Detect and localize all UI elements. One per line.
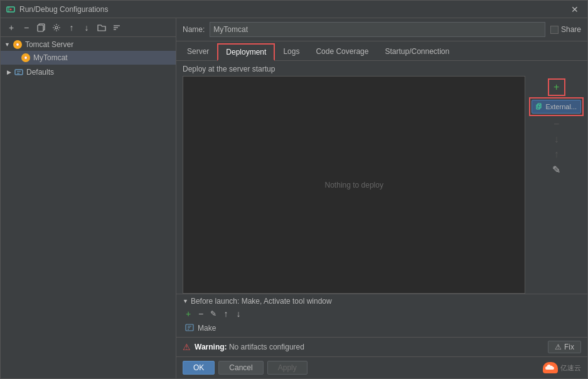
sidebar-toolbar: + − ↑ ↓ xyxy=(1,18,176,37)
yiyun-branding: 亿速云 xyxy=(543,362,581,373)
tab-coverage[interactable]: Code Coverage xyxy=(307,43,377,60)
share-checkbox[interactable] xyxy=(550,26,559,34)
before-launch-expand: ▼ xyxy=(183,298,188,304)
deployment-tab-content: Deploy at the server startup Nothing to … xyxy=(176,61,587,337)
folder-button[interactable] xyxy=(95,21,109,35)
move-down-button[interactable]: ↓ xyxy=(80,21,94,35)
title-bar: Run/Debug Configurations ✕ xyxy=(1,1,587,18)
deploy-area: Nothing to deploy + External... xyxy=(176,76,587,294)
warning-icon: ⚠ xyxy=(183,342,191,352)
main-panel: Name: Share Server Deployment Logs xyxy=(176,18,587,378)
svg-rect-13 xyxy=(15,70,23,75)
title-bar-text: Run/Debug Configurations xyxy=(19,5,567,14)
fix-button[interactable]: ⚠ Fix xyxy=(548,341,581,353)
remove-config-button[interactable]: − xyxy=(19,21,33,35)
share-area: Share xyxy=(550,25,581,34)
mytomcat-icon xyxy=(21,53,31,63)
tomcat-server-group[interactable]: ▼ Tomcat Server xyxy=(1,37,176,51)
name-input[interactable] xyxy=(210,22,545,37)
warning-bar: ⚠ Warning: No artifacts configured ⚠ Fix xyxy=(176,337,587,356)
tomcat-server-label: Tomcat Server xyxy=(25,40,73,49)
warning-text: Warning: No artifacts configured xyxy=(195,343,544,351)
edit-artifact-button[interactable]: ✎ xyxy=(550,163,564,176)
add-artifact-button[interactable]: + xyxy=(550,80,564,94)
svg-point-12 xyxy=(24,56,27,59)
expand-icon: ▼ xyxy=(4,41,10,48)
before-launch-header: ▼ Before launch: Make, Activate tool win… xyxy=(183,297,581,306)
make-icon xyxy=(185,323,194,333)
defaults-icon xyxy=(14,67,24,77)
add-config-button[interactable]: + xyxy=(4,21,18,35)
before-launch-edit-button[interactable]: ✎ xyxy=(208,308,219,319)
before-launch-section: ▼ Before launch: Make, Activate tool win… xyxy=(176,294,587,337)
remove-artifact-button[interactable]: − xyxy=(550,117,564,131)
before-launch-add-button[interactable]: + xyxy=(183,308,194,319)
name-label: Name: xyxy=(183,25,205,34)
run-debug-dialog: Run/Debug Configurations ✕ + − ↑ xyxy=(0,0,588,379)
sort-button[interactable] xyxy=(110,21,124,35)
title-bar-icon xyxy=(6,4,16,14)
before-launch-title: Before launch: Make, Activate tool windo… xyxy=(191,297,332,306)
tab-logs[interactable]: Logs xyxy=(275,43,307,60)
before-launch-down-button[interactable]: ↓ xyxy=(233,308,244,319)
yiyun-logo-icon xyxy=(543,362,558,373)
deploy-empty-label: Nothing to deploy xyxy=(325,181,383,190)
svg-point-5 xyxy=(55,26,58,29)
settings-config-button[interactable] xyxy=(50,21,63,35)
svg-point-2 xyxy=(10,8,12,10)
yiyun-label: 亿速云 xyxy=(560,363,581,373)
deploy-header: Deploy at the server startup xyxy=(176,61,587,76)
fix-warning-icon: ⚠ xyxy=(555,343,562,351)
move-down-artifact-button[interactable]: ↓ xyxy=(550,132,564,146)
make-label: Make xyxy=(198,324,216,333)
tabs-bar: Server Deployment Logs Code Coverage Sta… xyxy=(176,41,587,61)
mytomcat-label: MyTomcat xyxy=(33,53,68,62)
tomcat-group-icon xyxy=(13,40,23,50)
before-launch-up-button[interactable]: ↑ xyxy=(220,308,232,319)
move-up-artifact-button[interactable]: ↑ xyxy=(550,147,564,161)
deploy-actions: + External... − xyxy=(525,76,587,294)
add-artifact-highlight: + xyxy=(548,78,565,96)
before-launch-remove-button[interactable]: − xyxy=(195,308,206,319)
ok-button[interactable]: OK xyxy=(183,361,215,375)
tab-server[interactable]: Server xyxy=(179,43,217,60)
external-icon xyxy=(536,103,543,110)
before-launch-toolbar: + − ✎ ↑ ↓ xyxy=(183,308,581,319)
move-up-button[interactable]: ↑ xyxy=(65,21,78,35)
mytomcat-item[interactable]: MyTomcat xyxy=(1,51,176,65)
sidebar: + − ↑ ↓ xyxy=(1,18,176,378)
tab-deployment[interactable]: Deployment xyxy=(217,43,275,61)
tab-startup[interactable]: Startup/Connection xyxy=(377,43,457,60)
defaults-group[interactable]: ▶ Defaults xyxy=(1,65,176,78)
external-btn-highlight: External... xyxy=(529,97,584,116)
cancel-button[interactable]: Cancel xyxy=(218,361,263,375)
external-button[interactable]: External... xyxy=(532,100,581,114)
defaults-label: Defaults xyxy=(26,68,54,77)
svg-rect-4 xyxy=(38,25,43,31)
apply-button[interactable]: Apply xyxy=(267,361,307,375)
content-area: + − ↑ ↓ xyxy=(1,18,587,378)
close-button[interactable]: ✕ xyxy=(567,3,582,16)
make-item: Make xyxy=(183,322,581,334)
copy-config-button[interactable] xyxy=(35,21,48,35)
name-row: Name: Share xyxy=(176,18,587,41)
share-label: Share xyxy=(561,25,581,34)
deploy-list: Nothing to deploy xyxy=(183,76,525,294)
svg-point-10 xyxy=(16,43,19,46)
dialog-footer: OK Cancel Apply 亿速云 xyxy=(176,356,587,378)
defaults-expand-icon: ▶ xyxy=(7,69,11,75)
